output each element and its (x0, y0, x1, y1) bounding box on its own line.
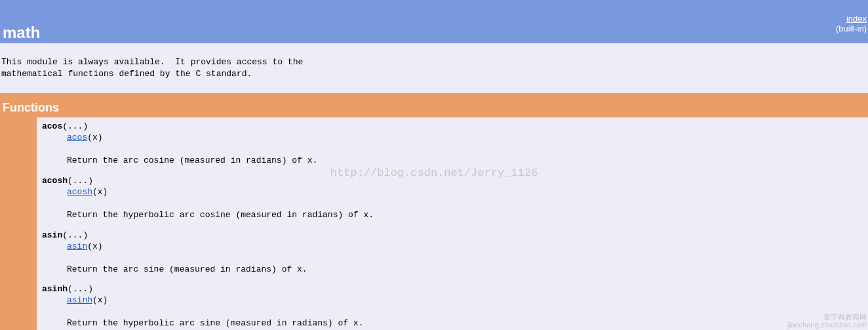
function-title-args: (...) (62, 230, 88, 240)
header-right: index (built-in) (836, 14, 867, 42)
function-sig-args: (x) (87, 241, 102, 251)
function-sig-args: (x) (87, 133, 102, 142)
function-description: Return the hyperbolic arc cosine (measur… (42, 198, 863, 221)
function-link[interactable]: asinh (67, 295, 92, 305)
function-link[interactable]: asin (67, 241, 87, 251)
functions-section-header: Functions (0, 93, 868, 117)
function-acosh: acosh(...) acosh(x) Return the hyperboli… (42, 176, 863, 221)
function-asin: asin(...) asin(x) Return the arc sine (m… (42, 230, 863, 276)
function-title-args: (...) (62, 121, 88, 131)
function-signature: asin(x) (42, 241, 863, 253)
function-name-bold: acos (42, 121, 62, 131)
functions-content-row: acos(...) acos(x) Return the arc cosine … (0, 117, 868, 330)
function-name-bold: acosh (42, 176, 68, 186)
function-link[interactable]: acosh (67, 187, 92, 197)
module-title: math (3, 24, 40, 42)
function-description: Return the hyperbolic arc sine (measured… (42, 306, 863, 329)
function-sig-args: (x) (92, 187, 108, 197)
function-title: asin(...) (42, 230, 863, 241)
module-header: math index (built-in) (0, 0, 868, 43)
function-description: Return the arc sine (measured in radians… (42, 253, 863, 276)
function-name-bold: asinh (42, 284, 68, 294)
function-link[interactable]: acos (67, 133, 87, 142)
function-title-args: (...) (68, 176, 93, 186)
index-link[interactable]: index (846, 14, 867, 24)
function-asinh: asinh(...) asinh(x) Return the hyperboli… (42, 284, 863, 329)
function-title: asinh(...) (42, 284, 863, 295)
function-title: acosh(...) (42, 176, 863, 187)
functions-body: acos(...) acos(x) Return the arc cosine … (37, 117, 868, 330)
function-signature: asinh(x) (42, 295, 863, 306)
function-name-bold: asin (42, 230, 62, 240)
function-title-args: (...) (68, 284, 93, 294)
function-sig-args: (x) (92, 295, 108, 305)
function-signature: acosh(x) (42, 187, 863, 198)
function-description: Return the arc cosine (measured in radia… (42, 144, 863, 167)
section-left-strip (0, 117, 37, 330)
module-description: This module is always available. It prov… (0, 43, 868, 93)
function-title: acos(...) (42, 121, 863, 133)
builtin-label: (built-in) (836, 24, 867, 33)
function-acos: acos(...) acos(x) Return the arc cosine … (42, 121, 863, 167)
function-signature: acos(x) (42, 133, 863, 144)
